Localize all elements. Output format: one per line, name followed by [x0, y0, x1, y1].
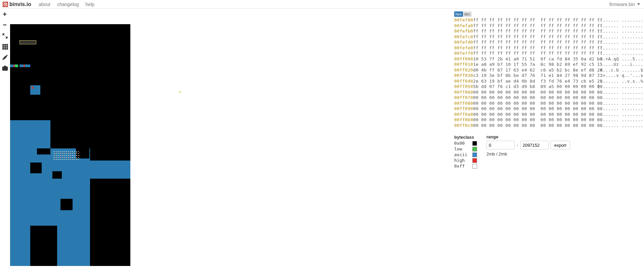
hexdump-row[interactable]: 00feff0ff ff ff ff ff ff ff ff ff ff ff … — [454, 51, 641, 56]
hex-address: 00ff000 — [454, 56, 473, 62]
hexdump-row[interactable]: 00fefc0ff ff ff ff ff ff ff ff ff ff ff … — [454, 34, 641, 40]
hexdump-row[interactable]: 00ff0101e a8 a9 b7 10 1f 55 7a 8c 98 b2 … — [454, 62, 641, 67]
hex-address: 00ff0b0 — [454, 117, 473, 123]
nav-help[interactable]: help — [82, 2, 98, 7]
hex-bytes: 00 00 00 00 00 00 00 00 00 00 00 00 00 0… — [473, 90, 597, 95]
visualization-area[interactable] — [10, 9, 454, 271]
range-start-input[interactable] — [486, 141, 515, 149]
hexdump-row[interactable]: 00fef90ff ff ff ff ff ff ff ff ff ff ff … — [454, 17, 641, 23]
file-name: firmware.bin — [609, 2, 635, 7]
hex-address: 00fef90 — [454, 17, 473, 23]
hex-address: 00feff0 — [454, 51, 473, 56]
range-end-input[interactable] — [520, 141, 549, 149]
vis-patch — [10, 64, 30, 67]
hex-address: 00ff050 — [454, 84, 473, 90]
hex-bytes: 00 00 00 00 00 00 00 00 00 00 00 00 00 0… — [473, 101, 597, 106]
hex-dec-toggle: hex dec — [454, 11, 641, 17]
hex-ascii: ........ ........ — [597, 29, 643, 34]
byteclass-row: ascii — [454, 152, 477, 157]
vis-patch — [53, 150, 80, 161]
hex-address: 00ff030 — [454, 73, 473, 79]
zoom-out-button[interactable] — [1, 21, 9, 29]
snapshot-button[interactable] — [1, 64, 9, 72]
hex-bytes: 5b dd 07 f6 c1 d3 d9 b8 89 a5 00 00 00 0… — [473, 84, 597, 90]
hex-ascii: .K...c.b .......$ — [597, 67, 643, 73]
svg-rect-7 — [4, 48, 6, 49]
svg-rect-3 — [3, 46, 4, 47]
hex-address: 00ff020 — [454, 67, 473, 73]
hexdump-row[interactable]: 00ff0402e 63 19 bf ae d4 0b 8d f3 fd 76 … — [454, 79, 641, 84]
range-panel: range - export 2mb / 2mb — [486, 134, 570, 156]
vis-patch — [50, 120, 90, 148]
hexdump-row[interactable]: 00fefd0ff ff ff ff ff ff ff ff ff ff ff … — [454, 40, 641, 45]
hex-bytes: 00 00 00 00 00 00 00 00 00 00 00 00 00 0… — [473, 95, 597, 101]
hex-ascii: ........ ........ — [597, 101, 643, 106]
svg-rect-5 — [6, 46, 8, 47]
swatch-icon — [472, 164, 477, 169]
hexdump-row[interactable]: 00ff0a000 00 00 00 00 00 00 00 00 00 00 … — [454, 112, 641, 118]
hex-bytes: 00 00 00 00 00 00 00 00 00 00 00 00 00 0… — [473, 112, 597, 118]
hex-toggle[interactable]: hex — [454, 11, 463, 17]
dec-toggle[interactable]: dec — [463, 11, 472, 17]
hexdump-row[interactable]: 00ff00010 53 7f 2b 41 a0 71 51 9f ca fd … — [454, 56, 641, 62]
hex-address: 00ff090 — [454, 106, 473, 112]
grid-button[interactable] — [1, 43, 9, 50]
hex-ascii: ........ ........ — [597, 106, 643, 112]
hex-bytes: ff ff ff ff ff ff ff ff ff ff ff ff ff f… — [473, 23, 597, 29]
range-heading: range — [486, 134, 570, 139]
hexdump-row[interactable]: 00ff06000 00 00 00 00 00 00 00 00 00 00 … — [454, 90, 641, 95]
hex-address: 00fefc0 — [454, 34, 473, 40]
vis-patch — [52, 171, 62, 179]
hexdump-row[interactable]: 00ff08000 00 00 00 00 00 00 00 00 00 00 … — [454, 101, 641, 106]
vis-patch — [60, 199, 73, 210]
hex-bytes: 2e 63 19 bf ae d4 0b 8d f3 fd 76 e4 73 c… — [473, 79, 597, 84]
svg-rect-2 — [6, 44, 8, 46]
hexdump-row[interactable]: 00ff0c000 00 00 00 00 00 00 00 00 00 00 … — [454, 123, 641, 129]
hex-ascii: ........ ........ — [597, 34, 643, 40]
vis-patch — [90, 161, 130, 179]
hexdump-row[interactable]: 00fefb0ff ff ff ff ff ff ff ff ff ff ff … — [454, 29, 641, 34]
byte-visualization[interactable] — [10, 24, 130, 266]
workspace: hex dec 00fef90ff ff ff ff ff ff ff ff f… — [0, 9, 644, 271]
hexdump-row[interactable]: 00fefa0ff ff ff ff ff ff ff ff ff ff ff … — [454, 23, 641, 29]
nav-about[interactable]: about — [35, 2, 54, 7]
byteclass-label: 0x00 — [454, 140, 470, 146]
brush-button[interactable] — [1, 54, 9, 61]
hexdump-row[interactable]: 00ff09000 00 00 00 00 00 00 00 00 00 00 … — [454, 106, 641, 112]
hexdump-view[interactable]: 00fef90ff ff ff ff ff ff ff ff ff ff ff … — [454, 17, 641, 128]
hexdump-row[interactable]: 00ff07000 00 00 00 00 00 00 00 00 00 00 … — [454, 95, 641, 101]
hexdump-row[interactable]: 00ff0505b dd 07 f6 c1 d3 d9 b8 89 a5 00 … — [454, 84, 641, 90]
file-dropdown[interactable]: firmware.bin — [609, 2, 641, 7]
hex-ascii: ........ ........ — [597, 23, 643, 29]
hex-bytes: ff ff ff ff ff ff ff ff ff ff ff ff ff f… — [473, 29, 597, 34]
byteclass-label: low — [454, 146, 470, 152]
tool-strip — [0, 9, 10, 271]
export-button[interactable]: export — [551, 141, 570, 149]
navbar: binvis.io about changelog help firmware.… — [0, 0, 644, 9]
hex-bytes: 10 53 7f 2b 41 a0 71 51 9f ca fd 84 35 0… — [473, 56, 597, 62]
hex-ascii: ........ ........ — [597, 123, 643, 129]
hexdump-row[interactable]: 00ff030c3 19 3e bf 8b be d7 76 71 e1 84 … — [454, 73, 641, 79]
svg-rect-0 — [3, 44, 4, 46]
hex-bytes: ff ff ff ff ff ff ff ff ff ff ff ff ff f… — [473, 51, 597, 56]
hex-address: 00ff010 — [454, 62, 473, 67]
nav-changelog[interactable]: changelog — [54, 2, 82, 7]
hex-address: 00fefd0 — [454, 40, 473, 45]
svg-rect-4 — [4, 46, 6, 47]
zoom-in-button[interactable] — [1, 11, 9, 18]
hexdump-row[interactable]: 00ff020d0 4b ff 87 17 63 e4 62 c6 a5 b2 … — [454, 67, 641, 73]
hex-address: 00ff060 — [454, 90, 473, 95]
range-dash: - — [517, 142, 518, 148]
hex-address: 00ff0a0 — [454, 112, 473, 118]
svg-rect-8 — [6, 48, 8, 49]
brand-link[interactable]: binvis.io — [3, 1, 31, 7]
svg-rect-1 — [4, 44, 6, 46]
vis-patch — [30, 226, 57, 266]
expand-button[interactable] — [1, 32, 9, 40]
hexdump-row[interactable]: 00fefe0ff ff ff ff ff ff ff ff ff ff ff … — [454, 45, 641, 51]
hex-bytes: c3 19 3e bf 8b be d7 76 71 e1 84 27 98 9… — [473, 73, 597, 79]
hexdump-row[interactable]: 00ff0b000 00 00 00 00 00 00 00 00 00 00 … — [454, 117, 641, 123]
byteclass-row: 0x00 — [454, 140, 477, 146]
hex-address: 00fefe0 — [454, 45, 473, 51]
hex-ascii: .c...... ..v.s..% — [597, 79, 643, 84]
